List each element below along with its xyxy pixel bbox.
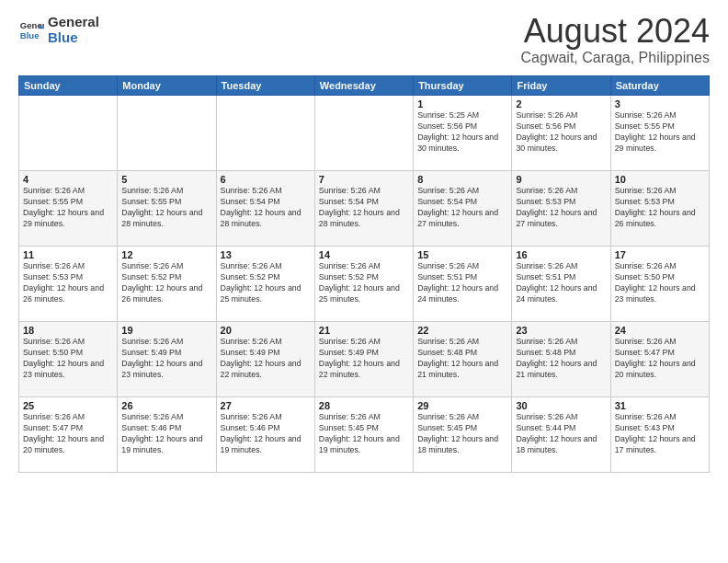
day-info: Sunrise: 5:26 AM Sunset: 5:53 PM Dayligh… xyxy=(23,261,113,305)
day-info: Sunrise: 5:26 AM Sunset: 5:47 PM Dayligh… xyxy=(615,337,705,381)
week-row-3: 18Sunrise: 5:26 AM Sunset: 5:50 PM Dayli… xyxy=(19,322,710,397)
logo-icon: General Blue xyxy=(18,17,44,43)
calendar-cell: 10Sunrise: 5:26 AM Sunset: 5:53 PM Dayli… xyxy=(610,171,709,247)
calendar-cell xyxy=(19,96,118,171)
calendar-cell: 25Sunrise: 5:26 AM Sunset: 5:47 PM Dayli… xyxy=(19,397,118,473)
day-info: Sunrise: 5:26 AM Sunset: 5:54 PM Dayligh… xyxy=(417,186,507,230)
day-number: 27 xyxy=(221,400,311,411)
day-info: Sunrise: 5:26 AM Sunset: 5:53 PM Dayligh… xyxy=(615,186,705,230)
col-sunday: Sunday xyxy=(19,76,118,96)
day-info: Sunrise: 5:26 AM Sunset: 5:52 PM Dayligh… xyxy=(121,261,211,305)
calendar-cell: 19Sunrise: 5:26 AM Sunset: 5:49 PM Dayli… xyxy=(118,322,216,397)
col-saturday: Saturday xyxy=(610,76,709,96)
day-number: 20 xyxy=(221,325,311,336)
day-number: 3 xyxy=(615,98,705,109)
calendar-cell xyxy=(118,96,216,171)
day-number: 18 xyxy=(23,325,113,336)
day-number: 15 xyxy=(417,249,507,260)
day-info: Sunrise: 5:26 AM Sunset: 5:48 PM Dayligh… xyxy=(516,337,606,381)
day-info: Sunrise: 5:26 AM Sunset: 5:54 PM Dayligh… xyxy=(319,186,409,230)
day-number: 11 xyxy=(23,249,113,260)
calendar-cell: 29Sunrise: 5:26 AM Sunset: 5:45 PM Dayli… xyxy=(414,397,512,473)
day-number: 24 xyxy=(615,325,705,336)
calendar-cell: 24Sunrise: 5:26 AM Sunset: 5:47 PM Dayli… xyxy=(610,322,709,397)
day-number: 19 xyxy=(121,325,211,336)
day-number: 22 xyxy=(417,325,507,336)
day-number: 28 xyxy=(319,400,409,411)
week-row-1: 4Sunrise: 5:26 AM Sunset: 5:55 PM Daylig… xyxy=(19,171,710,247)
week-row-0: 1Sunrise: 5:25 AM Sunset: 5:56 PM Daylig… xyxy=(19,96,710,171)
calendar-cell: 27Sunrise: 5:26 AM Sunset: 5:46 PM Dayli… xyxy=(216,397,314,473)
day-info: Sunrise: 5:26 AM Sunset: 5:44 PM Dayligh… xyxy=(516,412,606,456)
day-info: Sunrise: 5:26 AM Sunset: 5:54 PM Dayligh… xyxy=(221,186,311,230)
day-info: Sunrise: 5:26 AM Sunset: 5:51 PM Dayligh… xyxy=(516,261,606,305)
calendar-cell: 13Sunrise: 5:26 AM Sunset: 5:52 PM Dayli… xyxy=(216,247,314,322)
day-number: 5 xyxy=(121,174,211,185)
day-info: Sunrise: 5:26 AM Sunset: 5:56 PM Dayligh… xyxy=(516,110,606,155)
col-monday: Monday xyxy=(118,76,216,96)
calendar-cell: 30Sunrise: 5:26 AM Sunset: 5:44 PM Dayli… xyxy=(512,397,610,473)
calendar-cell: 9Sunrise: 5:26 AM Sunset: 5:53 PM Daylig… xyxy=(512,171,610,247)
calendar-cell: 6Sunrise: 5:26 AM Sunset: 5:54 PM Daylig… xyxy=(216,171,314,247)
logo-general: General xyxy=(48,15,99,30)
day-info: Sunrise: 5:26 AM Sunset: 5:43 PM Dayligh… xyxy=(615,412,705,456)
day-info: Sunrise: 5:26 AM Sunset: 5:55 PM Dayligh… xyxy=(615,110,705,155)
calendar-cell: 26Sunrise: 5:26 AM Sunset: 5:46 PM Dayli… xyxy=(118,397,216,473)
day-number: 10 xyxy=(615,174,705,185)
calendar-cell xyxy=(216,96,314,171)
calendar-cell: 14Sunrise: 5:26 AM Sunset: 5:52 PM Dayli… xyxy=(314,247,413,322)
calendar-cell: 12Sunrise: 5:26 AM Sunset: 5:52 PM Dayli… xyxy=(118,247,216,322)
logo: General Blue General Blue xyxy=(18,15,99,45)
day-info: Sunrise: 5:26 AM Sunset: 5:55 PM Dayligh… xyxy=(23,186,113,230)
main-title: August 2024 xyxy=(521,15,710,48)
day-number: 29 xyxy=(417,400,507,411)
day-info: Sunrise: 5:26 AM Sunset: 5:49 PM Dayligh… xyxy=(221,337,311,381)
page: General Blue General Blue August 2024 Ca… xyxy=(0,0,728,563)
day-info: Sunrise: 5:26 AM Sunset: 5:50 PM Dayligh… xyxy=(615,261,705,305)
calendar-cell: 1Sunrise: 5:25 AM Sunset: 5:56 PM Daylig… xyxy=(414,96,512,171)
calendar-table: Sunday Monday Tuesday Wednesday Thursday… xyxy=(18,75,710,473)
day-info: Sunrise: 5:26 AM Sunset: 5:48 PM Dayligh… xyxy=(417,337,507,381)
day-number: 7 xyxy=(319,174,409,185)
day-info: Sunrise: 5:26 AM Sunset: 5:46 PM Dayligh… xyxy=(221,412,311,456)
calendar-cell: 7Sunrise: 5:26 AM Sunset: 5:54 PM Daylig… xyxy=(314,171,413,247)
day-info: Sunrise: 5:26 AM Sunset: 5:45 PM Dayligh… xyxy=(417,412,507,456)
day-info: Sunrise: 5:26 AM Sunset: 5:45 PM Dayligh… xyxy=(319,412,409,456)
day-number: 16 xyxy=(516,249,606,260)
day-number: 31 xyxy=(615,400,705,411)
calendar-cell: 15Sunrise: 5:26 AM Sunset: 5:51 PM Dayli… xyxy=(414,247,512,322)
day-info: Sunrise: 5:26 AM Sunset: 5:49 PM Dayligh… xyxy=(319,337,409,381)
day-info: Sunrise: 5:26 AM Sunset: 5:55 PM Dayligh… xyxy=(121,186,211,230)
calendar-cell: 11Sunrise: 5:26 AM Sunset: 5:53 PM Dayli… xyxy=(19,247,118,322)
col-tuesday: Tuesday xyxy=(216,76,314,96)
calendar-cell: 3Sunrise: 5:26 AM Sunset: 5:55 PM Daylig… xyxy=(610,96,709,171)
svg-text:Blue: Blue xyxy=(20,29,40,40)
day-info: Sunrise: 5:26 AM Sunset: 5:53 PM Dayligh… xyxy=(516,186,606,230)
calendar-cell: 31Sunrise: 5:26 AM Sunset: 5:43 PM Dayli… xyxy=(610,397,709,473)
calendar-cell: 8Sunrise: 5:26 AM Sunset: 5:54 PM Daylig… xyxy=(414,171,512,247)
day-number: 26 xyxy=(121,400,211,411)
col-friday: Friday xyxy=(512,76,610,96)
calendar-cell: 18Sunrise: 5:26 AM Sunset: 5:50 PM Dayli… xyxy=(19,322,118,397)
calendar-cell: 28Sunrise: 5:26 AM Sunset: 5:45 PM Dayli… xyxy=(314,397,413,473)
day-number: 14 xyxy=(319,249,409,260)
calendar-body: 1Sunrise: 5:25 AM Sunset: 5:56 PM Daylig… xyxy=(19,96,710,473)
day-number: 17 xyxy=(615,249,705,260)
calendar-cell: 21Sunrise: 5:26 AM Sunset: 5:49 PM Dayli… xyxy=(314,322,413,397)
day-info: Sunrise: 5:26 AM Sunset: 5:52 PM Dayligh… xyxy=(221,261,311,305)
logo-blue: Blue xyxy=(48,30,99,46)
calendar-cell: 22Sunrise: 5:26 AM Sunset: 5:48 PM Dayli… xyxy=(414,322,512,397)
header: General Blue General Blue August 2024 Ca… xyxy=(18,15,710,66)
day-number: 1 xyxy=(417,98,507,109)
day-info: Sunrise: 5:26 AM Sunset: 5:51 PM Dayligh… xyxy=(417,261,507,305)
calendar-cell: 5Sunrise: 5:26 AM Sunset: 5:55 PM Daylig… xyxy=(118,171,216,247)
subtitle: Cagwait, Caraga, Philippines xyxy=(521,50,710,66)
col-thursday: Thursday xyxy=(414,76,512,96)
day-number: 23 xyxy=(516,325,606,336)
header-row: Sunday Monday Tuesday Wednesday Thursday… xyxy=(19,76,710,96)
day-info: Sunrise: 5:25 AM Sunset: 5:56 PM Dayligh… xyxy=(417,110,507,155)
day-number: 4 xyxy=(23,174,113,185)
day-info: Sunrise: 5:26 AM Sunset: 5:46 PM Dayligh… xyxy=(121,412,211,456)
day-info: Sunrise: 5:26 AM Sunset: 5:52 PM Dayligh… xyxy=(319,261,409,305)
day-info: Sunrise: 5:26 AM Sunset: 5:47 PM Dayligh… xyxy=(23,412,113,456)
